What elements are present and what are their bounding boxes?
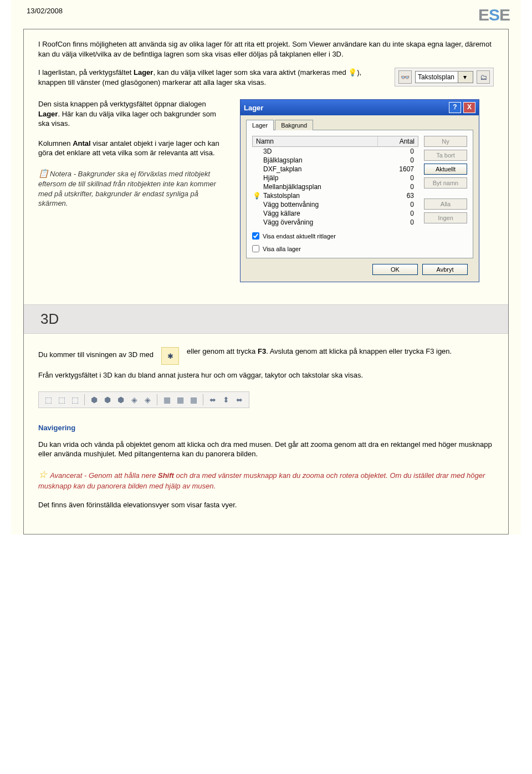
list-item[interactable]: Vägg källare0 <box>252 209 418 218</box>
star-icon: ☆ <box>38 469 47 480</box>
intro-paragraph: I RoofCon finns möjligheten att använda … <box>38 39 494 59</box>
col-name: Namn <box>253 136 378 146</box>
content-frame: I RoofCon finns möjligheten att använda … <box>23 29 509 534</box>
lightbulb-icon <box>252 147 261 155</box>
chk-aktuellt[interactable]: Visa endast aktuellt ritlager <box>252 232 467 240</box>
3d-view-icon[interactable]: ✱ <box>161 347 179 365</box>
list-item[interactable]: 3D0 <box>252 147 418 156</box>
3d-tool-10[interactable]: ▦ <box>174 394 186 405</box>
3d-tool-1[interactable]: ⬚ <box>42 394 54 405</box>
glasses-icon[interactable]: 👓 <box>398 70 412 84</box>
lightbulb-icon: 💡 <box>348 68 357 77</box>
btn-ny[interactable]: Ny <box>424 136 467 147</box>
3d-toolbar-paragraph: Från verktygsfältet i 3D kan du bland an… <box>38 370 494 380</box>
nav-paragraph-1: Du kan vrida och vända på objektet genom… <box>38 440 494 459</box>
3d-tool-14[interactable]: ⬌ <box>233 394 245 405</box>
btn-bytnamn[interactable]: Byt namn <box>424 177 467 189</box>
3d-intro-right: eller genom att trycka F3. Avsluta genom… <box>187 347 452 355</box>
3d-tool-12[interactable]: ⬌ <box>207 394 219 405</box>
lightbulb-icon <box>252 165 261 173</box>
chk-visaalla[interactable]: Visa alla lager <box>252 245 467 252</box>
layers-dialog-icon[interactable]: 🗂 <box>477 70 490 84</box>
help-icon[interactable]: ? <box>449 102 461 113</box>
btn-tabort[interactable]: Ta bort <box>424 150 467 161</box>
logo: ESE <box>478 7 510 23</box>
logo-e1: E <box>478 7 489 23</box>
btn-ingen[interactable]: Ingen <box>424 212 467 223</box>
para-dialog: Den sista knappen på verktygsfältet öppn… <box>38 99 227 129</box>
list-item[interactable]: Hjälp0 <box>252 174 418 182</box>
col-count: Antal <box>378 136 418 146</box>
3d-tool-11[interactable]: ▦ <box>187 394 200 405</box>
list-item[interactable]: DXF_takplan1607 <box>252 165 418 174</box>
close-icon[interactable]: X <box>463 102 475 113</box>
3d-intro-left: Du kommer till visningen av 3D med <box>38 347 154 359</box>
3d-tool-8[interactable]: ◈ <box>141 394 154 405</box>
3d-toolbar: ⬚ ⬚ ⬚ ⬢ ⬢ ⬢ ◈ ◈ ▦ ▦ ▦ ⬌ ⬍ ⬌ <box>38 391 249 408</box>
lightbulb-icon <box>252 201 261 208</box>
nav-paragraph-2: Det finns även förinställda elevationsvy… <box>38 500 494 510</box>
layer-list[interactable]: Namn Antal 3D0Bjälklagsplan0DXF_takplan1… <box>252 136 418 227</box>
dialog-title: Lager <box>244 104 263 112</box>
lightbulb-icon <box>252 174 261 182</box>
nav-advanced: ☆ Avancerat - Genom att hålla nere Shift… <box>38 468 494 491</box>
note-paragraph: 📋Notera - Bakgrunder ska ej förväxlas me… <box>38 168 227 208</box>
lightbulb-icon <box>252 183 261 191</box>
3d-tool-3[interactable]: ⬚ <box>69 394 81 405</box>
lager-toolbar: 👓 Takstolsplan ▾ 🗂 <box>395 68 494 86</box>
btn-ok[interactable]: OK <box>372 264 418 275</box>
date: 13/02/2008 <box>27 7 63 15</box>
3d-tool-13[interactable]: ⬍ <box>220 394 232 405</box>
lightbulb-icon <box>252 210 261 217</box>
logo-e2: E <box>499 7 510 23</box>
layer-select[interactable]: Takstolsplan ▾ <box>415 71 473 83</box>
lightbulb-icon <box>252 218 261 226</box>
chevron-down-icon[interactable]: ▾ <box>458 72 473 83</box>
list-item[interactable]: Bjälklagsplan0 <box>252 156 418 165</box>
chk-visaalla-box[interactable] <box>252 245 259 252</box>
navigering-heading: Navigering <box>38 424 494 432</box>
list-item[interactable]: 💡Takstolsplan63 <box>252 191 418 200</box>
para-antal: Kolumnen Antal visar antalet objekt i va… <box>38 139 227 158</box>
section-3d-heading: 3D <box>24 304 508 334</box>
layer-select-value: Takstolsplan <box>416 73 458 82</box>
tab-bakgrund[interactable]: Bakgrund <box>275 120 313 130</box>
lightbulb-icon <box>252 156 261 164</box>
3d-tool-9[interactable]: ▦ <box>161 394 173 405</box>
list-item[interactable]: Vägg övervåning0 <box>252 218 418 227</box>
chk-aktuellt-box[interactable] <box>252 232 259 240</box>
lightbulb-icon: 💡 <box>252 192 261 200</box>
3d-tool-2[interactable]: ⬚ <box>55 394 68 405</box>
btn-alla[interactable]: Alla <box>424 198 467 210</box>
3d-tool-4[interactable]: ⬢ <box>88 394 100 405</box>
tab-lager[interactable]: Lager <box>246 120 274 130</box>
note-icon: 📋 <box>38 169 49 178</box>
lager-toolbar-paragraph: I lagerlistan, på verktygsfältet Lager, … <box>38 68 378 87</box>
btn-aktuellt[interactable]: Aktuellt <box>424 164 467 175</box>
lager-dialog: Lager ? X Lager Bakgrund <box>240 99 479 282</box>
list-item[interactable]: Vägg bottenvåning0 <box>252 200 418 209</box>
btn-avbryt[interactable]: Avbryt <box>422 264 468 275</box>
logo-s: S <box>489 7 499 23</box>
list-item[interactable]: Mellanbjälklagsplan0 <box>252 182 418 191</box>
3d-tool-6[interactable]: ⬢ <box>115 394 127 405</box>
3d-tool-5[interactable]: ⬢ <box>101 394 114 405</box>
3d-tool-7[interactable]: ◈ <box>128 394 140 405</box>
